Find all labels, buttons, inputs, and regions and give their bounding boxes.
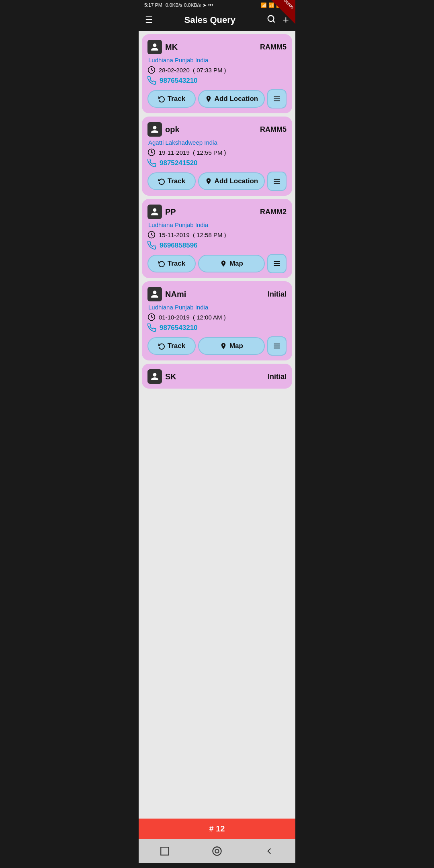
card-location: Ludhiana Punjab India (148, 57, 287, 63)
card-name-row: opk (147, 122, 180, 137)
card-item: MK RAMM5 Ludhiana Punjab India 28-02-202… (142, 34, 292, 113)
card-item: NAmi Initial Ludhiana Punjab India 01-10… (142, 281, 292, 360)
map-button[interactable]: Map (198, 337, 265, 355)
list-button[interactable] (267, 254, 287, 273)
map-label: Map (229, 260, 243, 268)
add-location-label: Add Location (215, 177, 258, 185)
debug-badge (271, 0, 295, 24)
card-location: Ludhiana Punjab India (148, 304, 287, 311)
list-button[interactable] (267, 89, 287, 108)
card-name: opk (165, 125, 180, 134)
svg-rect-18 (161, 847, 169, 855)
time: 5:17 PM (144, 2, 162, 8)
date-value: 19-11-2019 ( 12:55 PM ) (159, 149, 226, 156)
card-name-row: MK (147, 40, 178, 54)
card-actions: Track Map (147, 336, 287, 356)
add-location-button[interactable]: Add Location (198, 172, 265, 190)
nav-back-button[interactable] (262, 844, 276, 858)
card-date: 01-10-2019 ( 12:00 AM ) (147, 313, 287, 321)
card-item: opk RAMM5 Agatti Lakshadweep India 19-11… (142, 117, 292, 196)
track-label: Track (168, 260, 185, 268)
track-button[interactable]: Track (147, 337, 196, 355)
card-name-row: NAmi (147, 287, 186, 301)
svg-point-19 (213, 847, 221, 856)
track-label: Track (168, 95, 185, 103)
map-button[interactable]: Map (198, 255, 265, 272)
nav-home-button[interactable] (210, 844, 224, 858)
map-label: Map (229, 342, 243, 350)
add-location-label: Add Location (215, 95, 258, 103)
card-location: Ludhiana Punjab India (148, 221, 287, 228)
date-value: 01-10-2019 ( 12:00 AM ) (159, 314, 226, 321)
more-icon: ••• (208, 2, 213, 8)
card-date: 28-02-2020 ( 07:33 PM ) (147, 66, 287, 74)
card-name-row: SK (147, 369, 176, 384)
page-title: Sales Query (184, 15, 235, 25)
card-tag: Initial (268, 290, 287, 299)
card-name: NAmi (165, 290, 186, 299)
card-item: PP RAMM2 Ludhiana Punjab India 15-11-201… (142, 199, 292, 278)
card-header: SK Initial (147, 369, 287, 384)
card-item: SK Initial (142, 364, 292, 389)
svg-point-20 (215, 849, 219, 853)
data-speed-value: 0.0KB/s (184, 2, 201, 8)
card-tag: Initial (268, 373, 287, 381)
date-value: 28-02-2020 ( 07:33 PM ) (159, 67, 226, 74)
menu-icon[interactable]: ☰ (145, 15, 153, 25)
status-left: 5:17 PM 0.0KB/s 0.0KB/s ➤ ••• (144, 2, 213, 8)
date-value: 15-11-2019 ( 12:58 PM ) (159, 231, 226, 238)
card-name: SK (165, 372, 176, 381)
card-actions: Track Add Location (147, 89, 287, 108)
avatar-icon (147, 205, 162, 219)
card-header: NAmi Initial (147, 287, 287, 301)
list-button[interactable] (267, 172, 287, 191)
card-phone: 9876543210 (147, 323, 287, 332)
avatar-icon (147, 122, 162, 137)
avatar-icon (147, 40, 162, 54)
track-button[interactable]: Track (147, 172, 196, 190)
card-header: MK RAMM5 (147, 40, 287, 54)
signal-icon: 📶 (261, 2, 267, 8)
phone-value[interactable]: 9875241520 (160, 159, 198, 167)
card-header: PP RAMM2 (147, 205, 287, 219)
track-label: Track (168, 177, 185, 185)
card-phone: 9696858596 (147, 241, 287, 250)
phone-value[interactable]: 9876543210 (160, 77, 198, 85)
card-phone: 9875241520 (147, 159, 287, 168)
card-tag: RAMM2 (260, 208, 287, 216)
record-count: # 12 (209, 824, 225, 833)
content-area: MK RAMM5 Ludhiana Punjab India 28-02-202… (139, 31, 295, 819)
nav-square-button[interactable] (158, 844, 172, 858)
bottom-bar[interactable]: # 12 (139, 819, 295, 839)
avatar-icon (147, 369, 162, 384)
card-name: MK (165, 43, 178, 52)
avatar-icon (147, 287, 162, 301)
add-location-button[interactable]: Add Location (198, 90, 265, 108)
card-name-row: PP (147, 205, 176, 219)
card-tag: RAMM5 (260, 125, 287, 134)
card-date: 19-11-2019 ( 12:55 PM ) (147, 148, 287, 156)
phone-value[interactable]: 9876543210 (160, 324, 198, 332)
send-icon: ➤ (203, 2, 207, 8)
card-name: PP (165, 207, 176, 217)
phone-value[interactable]: 9696858596 (160, 242, 198, 250)
card-actions: Track Add Location (147, 172, 287, 191)
card-tag: RAMM5 (260, 43, 287, 51)
track-button[interactable]: Track (147, 255, 196, 272)
card-actions: Track Map (147, 254, 287, 273)
track-button[interactable]: Track (147, 90, 196, 108)
card-location: Agatti Lakshadweep India (148, 139, 287, 146)
list-button[interactable] (267, 336, 287, 356)
card-date: 15-11-2019 ( 12:58 PM ) (147, 231, 287, 239)
card-header: opk RAMM5 (147, 122, 287, 137)
data-speed: 0.0KB/s (166, 2, 182, 8)
card-phone: 9876543210 (147, 76, 287, 85)
track-label: Track (168, 342, 185, 350)
nav-bar (139, 839, 295, 863)
